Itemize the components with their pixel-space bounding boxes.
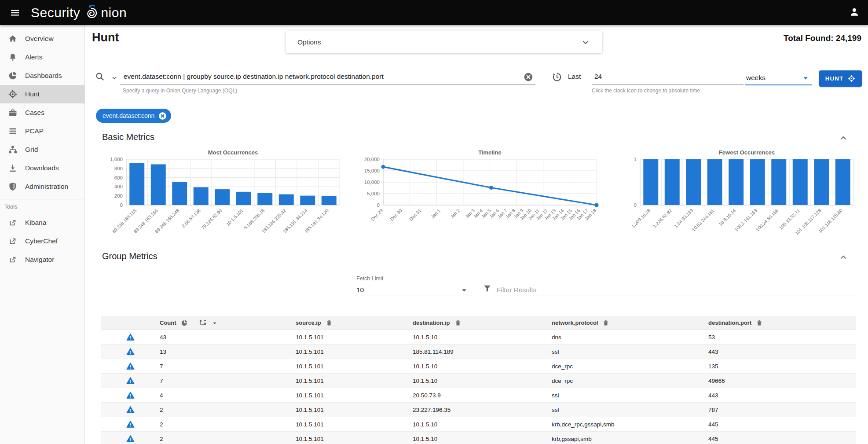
sidebar-item-alerts[interactable]: Alerts xyxy=(0,48,84,66)
column-header-destination-ip[interactable]: destination.ip xyxy=(413,319,450,326)
table-cell[interactable]: 10.1.5.10 xyxy=(413,363,552,370)
table-cell[interactable]: dns xyxy=(552,334,708,341)
sidebar-item-label: Cases xyxy=(25,109,44,117)
table-cell[interactable]: 443 xyxy=(708,392,856,399)
table-cell[interactable]: 10.1.5.101 xyxy=(296,421,413,428)
trash-icon[interactable] xyxy=(602,319,610,327)
filter-chip[interactable]: event.dataset:conn xyxy=(96,109,171,123)
table-cell[interactable]: dce_rpc xyxy=(552,363,708,370)
hamburger-menu-icon[interactable] xyxy=(7,5,23,21)
clock-history-icon[interactable] xyxy=(551,71,562,83)
sidebar-item-pcap[interactable]: PCAP xyxy=(0,122,84,140)
sidebar-item-label: Grid xyxy=(25,146,38,154)
table-cell[interactable]: 135 xyxy=(708,363,856,370)
table-cell[interactable]: ssl xyxy=(552,392,708,399)
sidebar-item-overview[interactable]: Overview xyxy=(0,29,84,48)
sidebar-item-cyberchef[interactable]: CyberChef xyxy=(0,232,84,250)
table-cell[interactable]: 23.227.196.35 xyxy=(413,407,552,413)
pie-chart-icon xyxy=(7,70,18,81)
sidebar-item-hunt[interactable]: Hunt xyxy=(0,85,84,103)
table-cell[interactable]: 10.1.5.10 xyxy=(413,378,552,384)
column-header-count[interactable]: Count xyxy=(160,319,176,326)
chip-close-icon[interactable] xyxy=(158,111,167,121)
row-actions-warning-icon[interactable] xyxy=(126,347,135,356)
table-cell[interactable]: 10.1.5.101 xyxy=(296,334,413,341)
row-actions-warning-icon[interactable] xyxy=(126,391,135,400)
fetch-limit-select[interactable]: 10 xyxy=(356,284,472,296)
groupby-options-icon[interactable] xyxy=(198,319,207,327)
column-header-source-ip[interactable]: source.ip xyxy=(296,319,321,326)
table-cell[interactable]: 10.1.5.101 xyxy=(296,392,413,399)
table-cell[interactable]: dce_rpc xyxy=(552,378,708,384)
table-cell[interactable]: 443 xyxy=(708,349,856,355)
row-actions-warning-icon[interactable] xyxy=(126,362,135,371)
select-arrow-icon xyxy=(801,73,810,83)
table-cell[interactable]: 2 xyxy=(160,436,296,442)
sidebar-item-cases[interactable]: Cases xyxy=(0,103,84,122)
table-cell[interactable]: 2 xyxy=(160,421,296,428)
sidebar-item-navigator[interactable]: Navigator xyxy=(0,250,84,269)
query-input[interactable] xyxy=(123,70,520,84)
table-cell[interactable]: 10.1.5.101 xyxy=(296,378,413,384)
table-cell[interactable]: 49666 xyxy=(708,378,856,384)
table-cell[interactable]: 53 xyxy=(708,334,856,341)
filter-results-input[interactable] xyxy=(496,283,854,297)
table-cell[interactable]: 13 xyxy=(160,349,296,355)
table-cell[interactable]: 4 xyxy=(160,392,296,399)
timeline-chart: 05,00010,00015,00020,000TimelineDec 29De… xyxy=(355,148,601,242)
table-cell[interactable]: ssl xyxy=(552,407,708,413)
trash-icon[interactable] xyxy=(325,319,333,327)
query-history-caret-icon[interactable] xyxy=(111,74,118,81)
table-cell[interactable]: 10.1.5.101 xyxy=(296,436,413,442)
hunt-button[interactable]: HUNT xyxy=(819,70,862,87)
table-cell[interactable]: 10.1.5.10 xyxy=(413,334,552,341)
search-icon[interactable] xyxy=(95,71,106,82)
table-cell[interactable]: 185.81.114.189 xyxy=(413,349,552,355)
sidebar-item-dashboards[interactable]: Dashboards xyxy=(0,66,84,85)
row-actions-warning-icon[interactable] xyxy=(126,405,135,415)
sidebar-item-grid[interactable]: Grid xyxy=(0,140,84,159)
table-cell[interactable]: 43 xyxy=(160,334,296,341)
sidebar-item-kibana[interactable]: Kibana xyxy=(0,213,84,232)
svg-text:1.203.16.18: 1.203.16.18 xyxy=(630,208,652,229)
external-link-icon xyxy=(7,217,18,228)
table-cell[interactable]: 20.50.73.9 xyxy=(413,392,552,399)
table-cell[interactable]: ssl xyxy=(552,349,708,355)
table-cell[interactable]: 2 xyxy=(160,407,296,413)
sidebar-item-administration[interactable]: Administration xyxy=(0,177,84,196)
table-cell[interactable]: krb,gssapi,smb xyxy=(552,436,708,442)
column-header-destination-port[interactable]: destination.port xyxy=(708,319,751,326)
sidebar-item-label: Overview xyxy=(25,35,54,43)
row-actions-warning-icon[interactable] xyxy=(126,434,135,444)
table-cell[interactable]: 10.1.5.101 xyxy=(296,363,413,370)
row-actions-warning-icon[interactable] xyxy=(126,420,135,429)
sidebar-item-label: Navigator xyxy=(25,256,54,264)
table-cell[interactable]: 445 xyxy=(708,436,856,442)
row-actions-warning-icon[interactable] xyxy=(126,333,135,342)
table-cell[interactable]: 10.1.5.10 xyxy=(413,421,552,428)
table-cell[interactable]: 10.1.5.101 xyxy=(296,349,413,355)
time-duration-input[interactable] xyxy=(593,70,736,84)
collapse-basic-metrics-icon[interactable] xyxy=(838,133,849,143)
table-cell[interactable]: 445 xyxy=(708,421,856,428)
collapse-group-metrics-icon[interactable] xyxy=(838,252,849,263)
options-expander[interactable]: Options xyxy=(286,31,602,53)
row-actions-warning-icon[interactable] xyxy=(126,376,135,385)
table-cell[interactable]: 7 xyxy=(160,378,296,384)
table-cell[interactable]: 10.1.5.101 xyxy=(296,407,413,413)
table-cell[interactable]: 10.1.5.10 xyxy=(413,436,552,442)
brand-logo: Security nion xyxy=(31,3,127,22)
pie-chart-toggle-icon[interactable] xyxy=(180,319,188,327)
trash-icon[interactable] xyxy=(454,319,462,327)
table-cell[interactable]: 787 xyxy=(708,407,856,413)
sidebar-item-label: PCAP xyxy=(25,127,44,135)
groupby-caret-icon[interactable] xyxy=(211,319,218,327)
trash-icon[interactable] xyxy=(755,319,763,327)
table-cell[interactable]: krb,dce_rpc,gssapi,smb xyxy=(552,421,708,428)
time-units-select[interactable]: weeks xyxy=(745,71,812,84)
user-avatar[interactable] xyxy=(849,6,860,19)
sidebar-item-downloads[interactable]: Downloads xyxy=(0,159,84,177)
clear-query-icon[interactable] xyxy=(523,72,534,82)
table-cell[interactable]: 7 xyxy=(160,363,296,370)
column-header-network-protocol[interactable]: network.protocol xyxy=(552,319,598,326)
